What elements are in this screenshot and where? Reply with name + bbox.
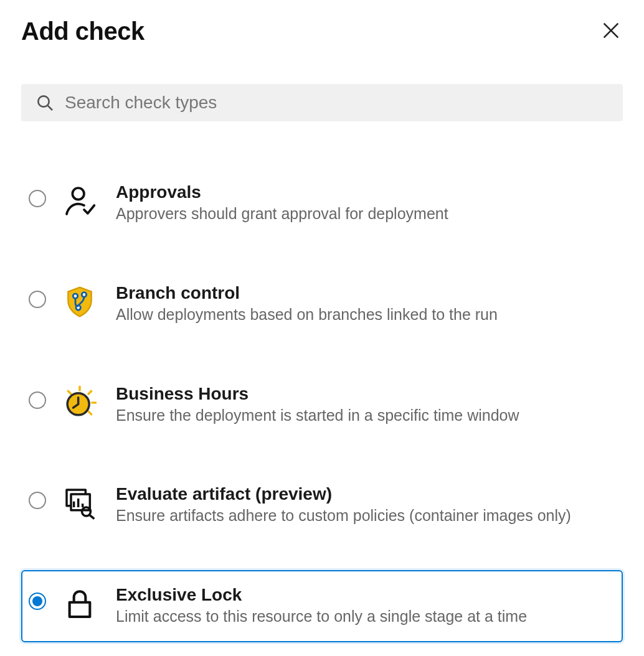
check-item-desc: Limit access to this resource to only a … <box>116 606 613 627</box>
radio-button[interactable] <box>29 593 46 610</box>
svg-rect-21 <box>70 602 90 617</box>
check-item-evaluate-artifact[interactable]: Evaluate artifact (preview) Ensure artif… <box>21 469 623 541</box>
check-item-exclusive-lock[interactable]: Exclusive Lock Limit access to this reso… <box>21 570 623 642</box>
check-item-desc: Ensure artifacts adhere to custom polici… <box>116 505 613 527</box>
branch-shield-icon <box>62 284 97 319</box>
lock-icon <box>62 586 97 621</box>
svg-line-11 <box>88 411 92 415</box>
svg-point-4 <box>72 188 84 200</box>
check-item-title: Branch control <box>116 283 613 303</box>
check-item-desc: Allow deployments based on branches link… <box>116 304 613 326</box>
radio-button[interactable] <box>29 291 46 308</box>
radio-button[interactable] <box>29 391 46 409</box>
check-item-desc: Ensure the deployment is started in a sp… <box>116 405 613 426</box>
svg-line-20 <box>90 515 94 519</box>
clock-sun-icon <box>62 385 97 420</box>
close-icon <box>600 20 622 43</box>
check-item-branch-control[interactable]: Branch control Allow deployments based o… <box>21 268 623 340</box>
check-item-title: Business Hours <box>116 384 613 404</box>
check-item-text: Approvals Approvers should grant approva… <box>116 182 613 225</box>
check-item-desc: Approvers should grant approval for depl… <box>116 204 613 225</box>
svg-line-9 <box>88 391 92 394</box>
check-item-business-hours[interactable]: Business Hours Ensure the deployment is … <box>21 369 623 441</box>
svg-line-3 <box>48 106 52 110</box>
check-item-title: Approvals <box>116 182 613 202</box>
dialog-header: Add check <box>21 17 623 45</box>
radio-button[interactable] <box>29 190 46 207</box>
radio-button[interactable] <box>29 492 46 509</box>
svg-point-5 <box>73 294 77 298</box>
close-button[interactable] <box>599 20 623 44</box>
person-check-icon <box>62 184 97 218</box>
svg-line-12 <box>68 391 71 394</box>
search-box[interactable] <box>21 84 623 121</box>
check-item-text: Exclusive Lock Limit access to this reso… <box>116 585 613 627</box>
check-type-list: Approvals Approvers should grant approva… <box>21 167 623 656</box>
svg-point-2 <box>38 96 49 106</box>
search-icon <box>35 93 55 113</box>
check-item-approvals[interactable]: Approvals Approvers should grant approva… <box>21 167 623 240</box>
svg-point-6 <box>82 292 86 296</box>
check-item-title: Exclusive Lock <box>116 585 613 605</box>
check-item-text: Business Hours Ensure the deployment is … <box>116 384 613 426</box>
check-item-title: Evaluate artifact (preview) <box>116 484 613 504</box>
check-item-text: Branch control Allow deployments based o… <box>116 283 613 326</box>
dialog-title: Add check <box>21 17 144 45</box>
search-input[interactable] <box>65 93 609 113</box>
artifact-search-icon <box>62 485 97 520</box>
check-item-text: Evaluate artifact (preview) Ensure artif… <box>116 484 613 527</box>
